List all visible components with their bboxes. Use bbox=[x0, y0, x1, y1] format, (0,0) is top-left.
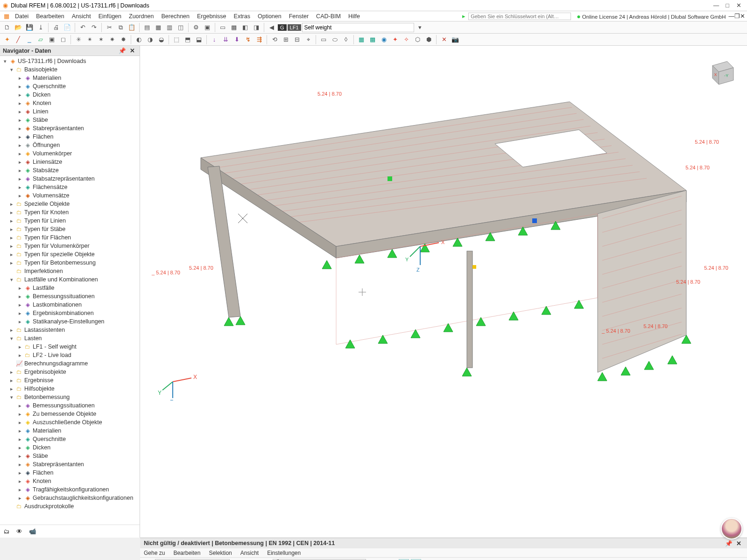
tree-item[interactable]: Stabsätze bbox=[32, 167, 59, 174]
tree-root[interactable]: US-17311.rf6 | Downloads bbox=[17, 58, 86, 64]
tree-item[interactable]: Querschnitte bbox=[32, 83, 66, 90]
tool-p-icon[interactable]: ⬓ bbox=[194, 35, 204, 45]
tree-item[interactable]: Lastkombinationen bbox=[32, 301, 82, 308]
tree-beton[interactable]: Betonbemessung bbox=[23, 394, 70, 400]
tree-item[interactable]: Materialien bbox=[32, 427, 61, 434]
results-icon[interactable]: ◧ bbox=[240, 22, 250, 33]
tool-line-icon[interactable]: ╱ bbox=[13, 35, 23, 45]
tool-h-icon[interactable]: ✶ bbox=[96, 35, 106, 45]
tree-item[interactable]: Öffnungen bbox=[32, 142, 60, 148]
menu-optionen[interactable]: Optionen bbox=[254, 12, 285, 21]
disp-e-icon[interactable]: ✧ bbox=[401, 35, 411, 45]
tree-item[interactable]: Materialien bbox=[32, 75, 61, 81]
loadcase-name-input[interactable] bbox=[302, 23, 414, 32]
report-icon[interactable]: 📄 bbox=[62, 22, 72, 33]
tree-item[interactable]: Knoten bbox=[32, 100, 51, 106]
tree-item[interactable]: Auszuschließende Objekte bbox=[32, 419, 102, 426]
cut-icon[interactable]: ✂ bbox=[104, 22, 114, 33]
tree-hilfs[interactable]: Hilfsobjekte bbox=[23, 385, 55, 392]
tree-lastass[interactable]: Lastassistenten bbox=[23, 327, 65, 333]
tool-o-icon[interactable]: ⬒ bbox=[183, 35, 193, 45]
tree-item[interactable]: Stabsatzrepräsentanten bbox=[32, 175, 95, 182]
tool-a-icon[interactable]: ✦ bbox=[2, 35, 12, 45]
tree-item[interactable]: Volumensätze bbox=[32, 192, 70, 199]
tree-imperf[interactable]: Imperfektionen bbox=[23, 268, 63, 274]
tree-typ-flaechen[interactable]: Typen für Flächen bbox=[23, 234, 71, 241]
tree-typ-spez[interactable]: Typen für spezielle Objekte bbox=[23, 251, 95, 258]
view-a-icon[interactable]: ⟲ bbox=[269, 35, 280, 45]
tool-j-icon[interactable]: ✸ bbox=[118, 35, 128, 45]
menu-einfuegen[interactable]: Einfügen bbox=[95, 12, 125, 21]
tree-item[interactable]: Flächen bbox=[32, 469, 53, 476]
tree-item[interactable]: Stäbe bbox=[32, 117, 48, 123]
view-cube[interactable]: -Y X bbox=[704, 55, 738, 89]
tree-item[interactable]: Dicken bbox=[32, 91, 50, 98]
menu-ergebnisse[interactable]: Ergebnisse bbox=[193, 12, 230, 21]
panel-menu-bearbeiten[interactable]: Bearbeiten bbox=[173, 550, 200, 556]
tool-f-icon[interactable]: ✳ bbox=[73, 35, 84, 45]
menu-fenster[interactable]: Fenster bbox=[285, 12, 312, 21]
tree-typ-staebe[interactable]: Typen für Stäbe bbox=[23, 226, 65, 232]
menu-bearbeiten[interactable]: Bearbeiten bbox=[32, 12, 68, 21]
prev-lc-icon[interactable]: ◀ bbox=[267, 22, 277, 33]
maximize-button[interactable]: □ bbox=[722, 2, 733, 9]
tree-lastfaelle[interactable]: Lastfälle und Kombinationen bbox=[23, 276, 98, 283]
tree-item[interactable]: Knoten bbox=[32, 478, 51, 484]
disp-d-icon[interactable]: ✦ bbox=[390, 35, 400, 45]
paste-icon[interactable]: 📋 bbox=[127, 22, 137, 33]
disp-b-icon[interactable]: ▩ bbox=[367, 35, 378, 45]
load-e-icon[interactable]: ⇶ bbox=[254, 35, 264, 45]
tree-typ-knoten[interactable]: Typen für Knoten bbox=[23, 209, 69, 216]
tree-typ-beton[interactable]: Typen für Betonbemessung bbox=[23, 259, 96, 266]
tool-solid-icon[interactable]: ▣ bbox=[47, 35, 57, 45]
tree-item[interactable]: Ergebniskombinationen bbox=[32, 310, 94, 316]
tree-item[interactable]: Querschnitte bbox=[32, 436, 66, 442]
next-lc-icon[interactable]: ▾ bbox=[415, 22, 425, 33]
menu-berechnen[interactable]: Berechnen bbox=[158, 12, 193, 21]
panel-menu-selektion[interactable]: Selektion bbox=[209, 550, 232, 556]
tree-item[interactable]: Bemessungssituationen bbox=[32, 402, 95, 409]
views-icon[interactable]: ◫ bbox=[176, 22, 186, 33]
print-icon[interactable]: 🖨 bbox=[51, 22, 61, 33]
mdi-minimize[interactable]: — bbox=[729, 13, 735, 20]
model-icon[interactable]: ▭ bbox=[218, 22, 228, 33]
tree-item[interactable]: Tragfähigkeitskonfigurationen bbox=[32, 486, 109, 493]
sel-a-icon[interactable]: ▭ bbox=[318, 35, 329, 45]
tree-basisobjekte[interactable]: Basisobjekte bbox=[23, 66, 57, 73]
keyword-search-input[interactable] bbox=[468, 13, 571, 20]
tree-item[interactable]: Dicken bbox=[32, 444, 50, 451]
panels-icon[interactable]: ▥ bbox=[164, 22, 175, 33]
panel-menu-gehezu[interactable]: Gehe zu bbox=[144, 550, 165, 556]
menu-zuordnen[interactable]: Zuordnen bbox=[125, 12, 158, 21]
save-icon[interactable]: 💾 bbox=[24, 22, 35, 33]
tool-surf-icon[interactable]: ▱ bbox=[35, 35, 46, 45]
tree-item[interactable]: Statikanalyse-Einstellungen bbox=[32, 318, 105, 325]
copy-icon[interactable]: ⧉ bbox=[115, 22, 126, 33]
menu-datei[interactable]: Datei bbox=[11, 12, 32, 21]
tree-item[interactable]: LF2 - Live load bbox=[32, 352, 71, 358]
cam-icon[interactable]: 📷 bbox=[450, 35, 460, 45]
panel-menu-einstellungen[interactable]: Einstellungen bbox=[267, 550, 301, 556]
sel-b-icon[interactable]: ⬭ bbox=[330, 35, 340, 45]
tree-ergebobj[interactable]: Ergebnisobjekte bbox=[23, 369, 66, 375]
viewport-3d[interactable]: X Y Z X Y Z 5.24 | 8.70 5.24 | 8.70 5.24… bbox=[140, 46, 747, 538]
app-menu-icon[interactable]: ▦ bbox=[2, 13, 11, 20]
load-d-icon[interactable]: ↯ bbox=[243, 35, 253, 45]
tool-k-icon[interactable]: ◐ bbox=[134, 35, 144, 45]
tree-item[interactable]: Bemessungssituationen bbox=[32, 293, 95, 300]
tool-l-icon[interactable]: ◑ bbox=[145, 35, 155, 45]
load-c-icon[interactable]: ⬇ bbox=[232, 35, 242, 45]
tree-item[interactable]: Volumenkörper bbox=[32, 150, 72, 157]
disp-f-icon[interactable]: ⬡ bbox=[412, 35, 423, 45]
tool-open-icon[interactable]: ◻ bbox=[58, 35, 68, 45]
redo-icon[interactable]: ↷ bbox=[89, 22, 99, 33]
tree-spezielle[interactable]: Spezielle Objekte bbox=[23, 201, 70, 207]
tool-m-icon[interactable]: ◒ bbox=[156, 35, 166, 45]
sel-c-icon[interactable]: ◊ bbox=[341, 35, 351, 45]
del-icon[interactable]: ✕ bbox=[439, 35, 449, 45]
table-icon[interactable]: ▦ bbox=[153, 22, 163, 33]
nav-icon[interactable]: ▤ bbox=[142, 22, 152, 33]
panel-pin-icon[interactable]: 📌 bbox=[723, 540, 734, 547]
load-b-icon[interactable]: ⇊ bbox=[220, 35, 231, 45]
tree-typ-linien[interactable]: Typen für Linien bbox=[23, 217, 66, 224]
